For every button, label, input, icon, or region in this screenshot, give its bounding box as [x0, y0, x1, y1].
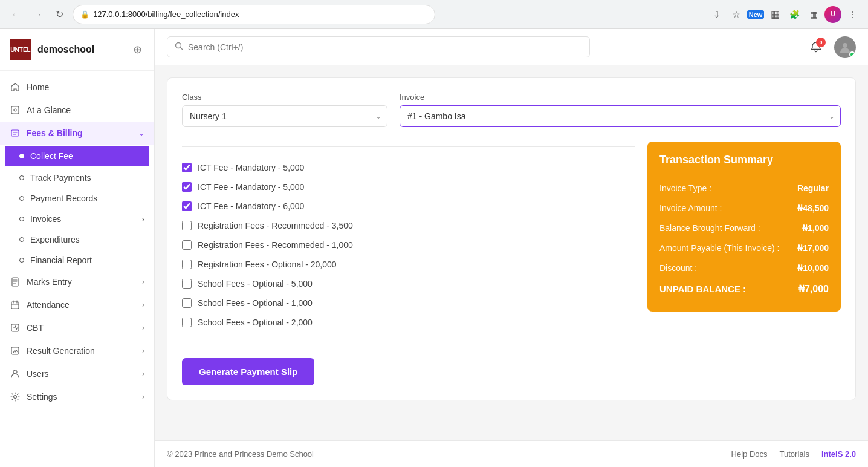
page-content: Class Nursery 1 ⌄ Invoice #1 - Gambo	[155, 65, 868, 440]
sidebar-item-users[interactable]: Users ›	[0, 362, 154, 385]
fee-checkbox-4[interactable]	[182, 221, 192, 230]
sidebar-item-attendance[interactable]: Attendance ›	[0, 293, 154, 316]
sidebar-item-financial-report[interactable]: Financial Report	[0, 250, 154, 270]
svg-rect-4	[11, 302, 19, 309]
sidebar-item-label-collect-fee: Collect Fee	[30, 151, 73, 161]
back-button[interactable]: ←	[7, 6, 24, 23]
amount-payable-label: Amount Payable (This Invoice) :	[659, 243, 779, 253]
fee-item-2: ICT Fee - Mandatory - 5,000	[182, 178, 635, 195]
invoice-type-value: Regular	[797, 183, 829, 193]
glance-icon	[10, 105, 21, 116]
sidebar-item-settings[interactable]: Settings ›	[0, 385, 154, 408]
main-card: Class Nursery 1 ⌄ Invoice #1 - Gambo	[167, 77, 856, 400]
balance-forward-row: Balance Brought Forward : ₦1,000	[659, 218, 829, 238]
fees-sub-nav: Collect Fee Track Payments Payment Recor…	[0, 146, 154, 270]
fee-item-9: School Fees - Optional - 2,000	[182, 314, 635, 331]
sidebar-item-cbt[interactable]: CBT ›	[0, 316, 154, 339]
search-input[interactable]	[188, 42, 309, 52]
sidebar-item-fees-billing[interactable]: Fees & Billing ⌄	[0, 122, 154, 145]
sidebar-item-label-payment-records: Payment Records	[30, 194, 97, 203]
forward-button[interactable]: →	[29, 6, 46, 23]
sidebar-item-label-result: Result Generation	[27, 346, 136, 356]
class-form-group: Class Nursery 1 ⌄	[182, 93, 387, 127]
sidebar-item-track-payments[interactable]: Track Payments	[0, 168, 154, 188]
fee-item-1: ICT Fee - Mandatory - 5,000	[182, 159, 635, 176]
sidebar-item-label-billing: Fees & Billing	[27, 128, 132, 138]
fee-item-5: Registration Fees - Recommeded - 1,000	[182, 237, 635, 253]
invoices-arrow-icon: ›	[141, 214, 144, 224]
expenditures-dot	[19, 237, 24, 242]
fee-checkbox-6[interactable]	[182, 260, 192, 269]
invoice-form-group: Invoice #1 - Gambo Isa ⌄	[400, 93, 841, 127]
unpaid-balance-value: ₦7,000	[798, 283, 829, 295]
invoice-select[interactable]: #1 - Gambo Isa	[400, 105, 841, 127]
fee-checkbox-7[interactable]	[182, 279, 192, 289]
top-bar-actions: 0	[805, 36, 856, 58]
notification-button[interactable]: 0	[805, 36, 827, 58]
sidebar-item-label-settings: Settings	[27, 392, 136, 402]
user-avatar[interactable]	[834, 36, 856, 58]
extension-icon[interactable]: ▦	[766, 6, 783, 23]
generate-payment-slip-button[interactable]: Generate Payment Slip	[182, 358, 314, 385]
fee-checkbox-2[interactable]	[182, 182, 192, 192]
svg-point-8	[14, 396, 17, 399]
menu-icon[interactable]: ⋮	[844, 6, 861, 23]
search-box[interactable]	[167, 36, 590, 57]
sidebar-toggle-icon[interactable]: ▦	[805, 6, 822, 23]
result-arrow-icon: ›	[142, 347, 144, 355]
unpaid-balance-label: UNPAID BALANCE :	[659, 284, 746, 294]
sidebar-item-payment-records[interactable]: Payment Records	[0, 188, 154, 209]
user-avatar[interactable]: U	[824, 6, 841, 23]
lock-icon: 🔒	[80, 10, 89, 19]
star-icon[interactable]: ☆	[728, 6, 745, 23]
sidebar-item-marks-entry[interactable]: Marks Entry ›	[0, 270, 154, 293]
amount-payable-value: ₦17,000	[797, 243, 829, 253]
bottom-divider	[182, 336, 635, 336]
fee-checkbox-1[interactable]	[182, 163, 192, 172]
notification-badge: 0	[816, 38, 826, 47]
users-icon	[10, 368, 21, 379]
fee-checkbox-8[interactable]	[182, 298, 192, 308]
class-label: Class	[182, 93, 387, 102]
fee-checkbox-3[interactable]	[182, 201, 192, 211]
billing-icon	[10, 128, 21, 139]
fee-label-8: School Fees - Optional - 1,000	[198, 298, 313, 308]
form-row: Class Nursery 1 ⌄ Invoice #1 - Gambo	[182, 93, 841, 127]
sidebar-logo: UNTEL	[10, 39, 31, 60]
add-menu-button[interactable]: ⊕	[130, 42, 144, 57]
fee-items-list: ICT Fee - Mandatory - 5,000 ICT Fee - Ma…	[182, 159, 635, 331]
class-select[interactable]: Nursery 1	[182, 105, 387, 127]
sidebar-item-label-glance: At a Glance	[27, 105, 144, 115]
form-section: ICT Fee - Mandatory - 5,000 ICT Fee - Ma…	[182, 142, 635, 385]
fee-label-1: ICT Fee - Mandatory - 5,000	[198, 163, 304, 172]
sidebar-item-expenditures[interactable]: Expenditures	[0, 229, 154, 250]
cbt-icon	[10, 322, 21, 333]
browser-chrome: ← → ↻ 🔒 127.0.0.1:8000/billing/fee_colle…	[0, 0, 868, 29]
brand-label: IntelS 2.0	[821, 449, 856, 459]
address-bar[interactable]: 🔒 127.0.0.1:8000/billing/fee_collection/…	[73, 5, 435, 24]
help-docs-link[interactable]: Help Docs	[731, 449, 768, 459]
fee-item-4: Registration Fees - Recommeded - 3,500	[182, 217, 635, 234]
sidebar-item-at-a-glance[interactable]: At a Glance	[0, 99, 154, 122]
invoice-select-wrapper: #1 - Gambo Isa ⌄	[400, 105, 841, 127]
svg-point-1	[14, 109, 16, 111]
reload-button[interactable]: ↻	[51, 6, 68, 23]
fee-item-6: Registration Fees - Optional - 20,000	[182, 256, 635, 273]
sidebar-item-result-generation[interactable]: Result Generation ›	[0, 339, 154, 362]
browser-actions: ⇩ ☆ New ▦ 🧩 ▦ U ⋮	[708, 6, 861, 23]
settings-icon	[10, 391, 21, 402]
cbt-arrow-icon: ›	[142, 324, 144, 332]
tutorials-link[interactable]: Tutorials	[780, 449, 809, 459]
puzzle-icon[interactable]: 🧩	[786, 6, 803, 23]
fee-checkbox-9[interactable]	[182, 318, 192, 327]
download-icon[interactable]: ⇩	[708, 6, 725, 23]
sidebar-item-collect-fee[interactable]: Collect Fee	[5, 146, 149, 166]
sidebar-item-invoices[interactable]: Invoices ›	[0, 209, 154, 229]
discount-row: Discount : ₦10,000	[659, 258, 829, 278]
fee-label-6: Registration Fees - Optional - 20,000	[198, 260, 337, 269]
sidebar-item-home[interactable]: Home	[0, 76, 154, 99]
invoice-amount-row: Invoice Amount : ₦48,500	[659, 198, 829, 218]
sidebar-item-label-attendance: Attendance	[27, 300, 136, 310]
fee-checkbox-5[interactable]	[182, 240, 192, 250]
extension-new-icon[interactable]: New	[747, 6, 764, 23]
